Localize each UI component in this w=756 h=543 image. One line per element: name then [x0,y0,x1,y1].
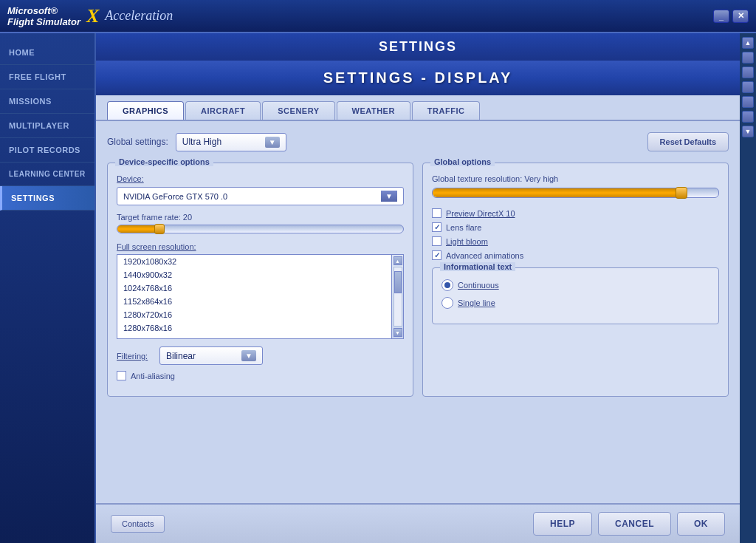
global-settings-row: Global settings: Ultra High ▼ Reset Defa… [107,132,729,151]
settings-header: SETTINGS [96,33,740,61]
advanced-animations-label: Advanced animations [446,251,523,260]
acceleration-label: Acceleration [105,8,173,24]
scroll-thumb[interactable] [394,271,402,293]
slider-thumb[interactable] [154,224,165,234]
close-button[interactable]: ✕ [732,10,749,23]
tab-weather[interactable]: WEATHER [337,101,410,120]
device-label: Device: [117,174,404,183]
reset-defaults-button[interactable]: Reset Defaults [647,132,729,151]
tab-traffic[interactable]: TRAFFIC [412,101,481,120]
device-dropdown-arrow[interactable]: ▼ [381,191,397,202]
resolution-list-container: 1920x1080x32 1440x900x32 1024x768x16 115… [117,254,404,339]
sidebar-item-missions[interactable]: MISSIONS [0,89,94,114]
left-column: Device-specific options Device: NVIDIA G… [107,163,413,397]
continuous-radio[interactable] [441,279,453,291]
sidebar-item-multiplayer[interactable]: MULTIPLAYER [0,114,94,138]
advanced-animations-checkbox[interactable] [432,250,441,260]
minimize-button[interactable]: _ [713,10,729,23]
global-options-section: Global options Global texture resolution… [422,163,729,397]
antialiasing-label: Anti-aliasing [131,372,175,380]
info-section-title: Informational text [440,262,515,271]
sidebar-item-free-flight[interactable]: FREE FLIGHT [0,65,94,89]
sidebar: HOME FREE FLIGHT MISSIONS MULTIPLAYER PI… [0,33,96,543]
device-dropdown[interactable]: NVIDIA GeForce GTX 570 .0 ▼ [117,187,404,205]
tab-graphics[interactable]: GRAPHICS [107,101,184,120]
filtering-label: Filtering: [117,352,154,361]
sidebar-item-settings[interactable]: SETTINGS [0,186,94,211]
sidebar-item-pilot-records[interactable]: PILOT RECORDS [0,138,94,163]
ok-button[interactable]: OK [677,512,725,536]
global-settings-dropdown[interactable]: Ultra High ▼ [176,133,286,151]
list-item[interactable]: 1280x720x16 [117,308,391,321]
lens-flare-row: Lens flare [432,222,719,232]
bottom-bar: Contacts HELP CANCEL OK [96,503,740,543]
frame-rate-label: Target frame rate: 20 [117,213,404,222]
cancel-button[interactable]: CANCEL [598,512,671,536]
lens-flare-checkbox[interactable] [432,222,441,232]
filtering-row: Filtering: Bilinear ▼ [117,346,404,365]
right-scrollbar-panel: ▲ ▼ [740,33,756,543]
help-button[interactable]: HELP [533,512,592,536]
frame-rate-slider[interactable] [117,225,404,233]
global-settings-label: Global settings: [107,137,168,147]
main-content: HOME FREE FLIGHT MISSIONS MULTIPLAYER PI… [0,33,756,543]
scroll-up-button[interactable]: ▲ [394,256,402,265]
list-item[interactable]: 1024x768x16 [117,281,391,295]
scroll-track [394,267,402,327]
right-scroll-2[interactable] [742,66,754,78]
preview-dx10-checkbox[interactable] [432,208,441,218]
sidebar-item-learning-center[interactable]: LEARNING CENTER [0,163,94,186]
single-line-row: Single line [441,297,709,309]
scroll-down-button[interactable]: ▼ [394,328,402,337]
settings-body: Global settings: Ultra High ▼ Reset Defa… [96,121,740,503]
advanced-animations-row: Advanced animations [432,250,719,260]
tab-bar: GRAPHICS AIRCRAFT SCENERY WEATHER TRAFFI… [96,95,740,121]
continuous-label: Continuous [458,281,499,290]
light-bloom-checkbox[interactable] [432,236,441,246]
global-options-title: Global options [430,157,495,166]
list-item[interactable]: 1152x864x16 [117,295,391,308]
light-bloom-row: Light bloom [432,236,719,246]
list-item[interactable]: 1440x900x32 [117,268,391,281]
title-bar: Microsoft®Flight Simulator X Acceleratio… [0,0,756,33]
right-column: Global options Global texture resolution… [422,163,729,397]
continuous-radio-inner [444,282,450,288]
settings-title: SETTINGS [379,39,457,54]
right-scroll-5[interactable] [742,111,754,123]
light-bloom-label: Light bloom [446,237,488,246]
list-item[interactable]: 1920x1080x32 [117,255,391,268]
resolution-label: Full screen resolution: [117,242,404,251]
filtering-dropdown[interactable]: Bilinear ▼ [159,346,263,365]
tab-scenery[interactable]: SCENERY [262,101,334,120]
antialiasing-row: Anti-aliasing [117,371,404,380]
list-item[interactable]: 1280x800x16 [117,335,391,338]
list-item[interactable]: 1280x768x16 [117,321,391,335]
right-scroll-down[interactable]: ▼ [742,126,754,137]
tab-aircraft[interactable]: AIRCRAFT [185,101,261,120]
list-scrollbar: ▲ ▼ [391,255,403,338]
sidebar-item-home[interactable]: HOME [0,41,94,65]
texture-slider-thumb[interactable] [676,187,687,199]
game-title: Microsoft®Flight Simulator [7,5,80,27]
antialiasing-checkbox[interactable] [117,371,126,380]
two-column-layout: Device-specific options Device: NVIDIA G… [107,163,729,397]
x-label: X [86,7,99,26]
preview-dx10-row: Preview DirectX 10 [432,208,719,218]
right-scroll-1[interactable] [742,52,754,64]
single-line-radio[interactable] [441,297,453,309]
informational-text-section: Informational text Continuous Sing [432,267,719,324]
right-scroll-3[interactable] [742,81,754,93]
dropdown-arrow-icon: ▼ [265,137,280,148]
global-settings-left: Global settings: Ultra High ▼ [107,133,286,151]
device-value: NVIDIA GeForce GTX 570 .0 [123,192,381,201]
app-logo: Microsoft®Flight Simulator X Acceleratio… [7,5,173,27]
contacts-button[interactable]: Contacts [111,515,165,533]
right-scroll-4[interactable] [742,96,754,108]
preview-dx10-label: Preview DirectX 10 [446,209,515,218]
filtering-dropdown-arrow: ▼ [241,350,256,361]
texture-slider-fill [433,188,684,197]
right-scroll-up[interactable]: ▲ [742,37,754,49]
texture-slider[interactable] [432,188,719,198]
window-controls: _ ✕ [713,10,749,23]
settings-display-header: SETTINGS - DISPLAY [96,61,740,95]
